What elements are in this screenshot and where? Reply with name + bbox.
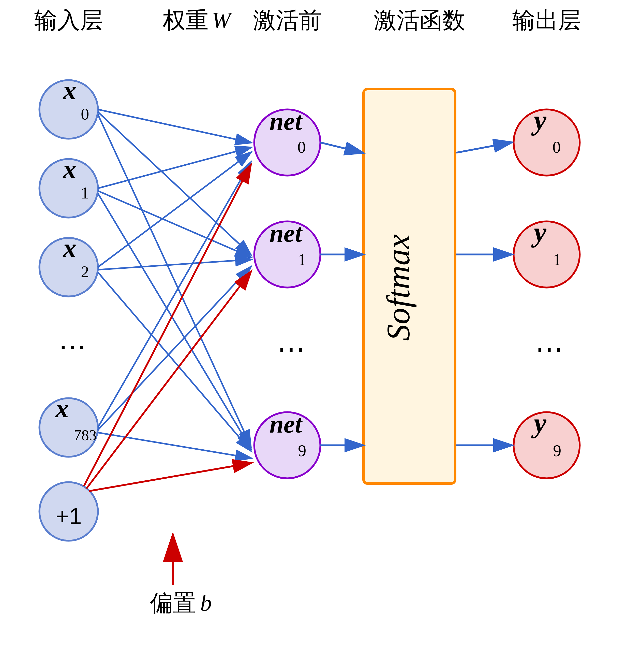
- arrow-net0-softmax: [320, 143, 362, 153]
- arrow-bias-net0: [84, 165, 250, 486]
- arrow-softmax-y0: [456, 143, 511, 153]
- input-sub-x0: 0: [81, 105, 89, 123]
- header-weights-w: W: [212, 8, 233, 33]
- header-input-layer: 输入层: [34, 7, 103, 33]
- arrow-x1-net9: [98, 193, 250, 448]
- hidden-label-net9: net: [270, 410, 303, 438]
- bias-node-label: +1: [56, 504, 82, 529]
- hidden-sub-net0: 0: [298, 138, 306, 156]
- hidden-label-net0: net: [270, 107, 303, 135]
- output-node-y0: [513, 110, 580, 175]
- arrow-x0-net9: [98, 115, 250, 445]
- output-sub-y1: 1: [553, 250, 561, 269]
- softmax-label: Softmax: [380, 234, 417, 341]
- arrow-x2-net9: [98, 272, 250, 450]
- bias-label: 偏置: [150, 590, 196, 616]
- input-sub-x1: 1: [81, 184, 89, 202]
- bias-label-b: b: [200, 590, 212, 616]
- input-sub-x2: 2: [81, 263, 89, 281]
- input-label-x0: x: [62, 75, 77, 105]
- header-output-layer: 输出层: [512, 7, 581, 33]
- input-sub-x783: 783: [74, 427, 97, 443]
- arrow-bias-net9: [89, 463, 250, 491]
- arrow-x783-net9: [98, 433, 250, 458]
- output-sub-y9: 9: [553, 441, 561, 460]
- diagram-container: 输入层 权重 W 激活前 激活函数 输出层 x 0 x 1 x 2 ⋯ x 78…: [0, 0, 627, 672]
- input-dots: ⋯: [58, 331, 86, 362]
- header-pre-activation: 激活前: [253, 7, 322, 33]
- output-dots: ⋯: [535, 334, 563, 365]
- output-node-y1: [513, 221, 580, 288]
- input-label-x1: x: [62, 154, 77, 184]
- header-activation: 激活函数: [374, 7, 465, 33]
- hidden-sub-net1: 1: [298, 250, 306, 269]
- output-sub-y0: 0: [552, 138, 561, 156]
- arrow-x783-net0: [98, 163, 250, 428]
- arrow-x1-net1: [98, 191, 250, 257]
- hidden-dots: ⋯: [277, 334, 305, 365]
- arrow-x783-net1: [98, 267, 250, 430]
- arrow-x0-net1: [98, 112, 250, 255]
- arrow-x2-net1: [98, 260, 250, 270]
- input-label-x783: x: [55, 393, 69, 423]
- hidden-sub-net9: 9: [298, 441, 306, 460]
- output-node-y9: [513, 412, 580, 478]
- input-label-x2: x: [62, 233, 77, 263]
- hidden-label-net1: net: [270, 219, 303, 247]
- header-weights: 权重: [162, 7, 208, 33]
- arrow-x0-net0: [98, 110, 250, 143]
